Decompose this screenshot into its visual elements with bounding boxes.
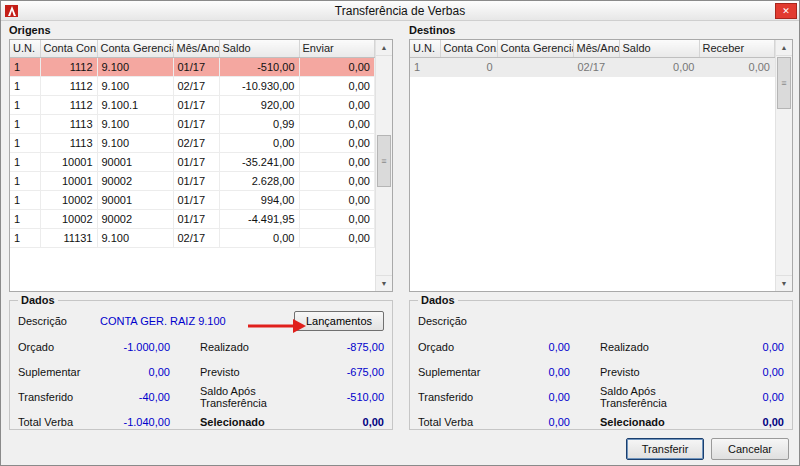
table-row[interactable]: 111129.10001/17-510,000,00 xyxy=(10,57,375,76)
cell-mes[interactable]: 01/17 xyxy=(173,190,219,209)
origens-scrollbar[interactable]: ▲ ≡ ▼ xyxy=(375,40,392,291)
cell-gerencial[interactable]: 90002 xyxy=(97,209,173,228)
cell-conta[interactable]: 1113 xyxy=(40,114,97,133)
cell-saldo[interactable]: -4.491,95 xyxy=(219,209,299,228)
cell-conta[interactable]: 1113 xyxy=(40,133,97,152)
cell-un[interactable]: 1 xyxy=(10,209,40,228)
cell-saldo[interactable]: 0,00 xyxy=(219,228,299,247)
table-row[interactable]: 111139.10001/170,990,00 xyxy=(10,114,375,133)
column-header-un[interactable]: U.N. xyxy=(410,40,440,57)
column-header-saldo[interactable]: Saldo xyxy=(219,40,299,57)
scroll-up-icon[interactable]: ▲ xyxy=(776,40,792,56)
cell-conta[interactable]: 10001 xyxy=(40,171,97,190)
cell-saldo[interactable]: 994,00 xyxy=(219,190,299,209)
cancelar-button[interactable]: Cancelar xyxy=(711,438,789,460)
cell-saldo[interactable]: -35.241,00 xyxy=(219,152,299,171)
cell-mes[interactable]: 01/17 xyxy=(173,57,219,76)
cell-enviar[interactable]: 0,00 xyxy=(299,57,375,76)
scroll-down-icon[interactable]: ▼ xyxy=(376,275,392,291)
cell-saldo[interactable]: 920,00 xyxy=(219,95,299,114)
cell-enviar[interactable]: 0,00 xyxy=(299,190,375,209)
column-header-conta[interactable]: Conta Con... xyxy=(40,40,97,57)
cell-saldo[interactable]: 0,00 xyxy=(619,57,699,76)
cell-enviar[interactable]: 0,00 xyxy=(299,209,375,228)
cell-mes[interactable]: 01/17 xyxy=(173,152,219,171)
cell-conta[interactable]: 10002 xyxy=(40,190,97,209)
lancamentos-button[interactable]: Lançamentos xyxy=(294,311,384,331)
table-row[interactable]: 1100019000101/17-35.241,000,00 xyxy=(10,152,375,171)
cell-gerencial[interactable]: 90001 xyxy=(97,190,173,209)
cell-gerencial[interactable]: 9.100 xyxy=(97,57,173,76)
destinos-scrollbar[interactable]: ▲ ≡ ▼ xyxy=(775,40,792,291)
cell-mes[interactable]: 01/17 xyxy=(173,171,219,190)
cell-enviar[interactable]: 0,00 xyxy=(299,133,375,152)
cell-enviar[interactable]: 0,00 xyxy=(299,228,375,247)
table-row[interactable]: 1100019000201/172.628,000,00 xyxy=(10,171,375,190)
cell-enviar[interactable]: 0,00 xyxy=(299,76,375,95)
cell-gerencial[interactable]: 9.100 xyxy=(97,133,173,152)
cell-conta[interactable]: 1112 xyxy=(40,57,97,76)
table-row[interactable]: 1002/170,000,00 xyxy=(410,57,775,76)
scroll-up-icon[interactable]: ▲ xyxy=(376,40,392,56)
cell-un[interactable]: 1 xyxy=(10,76,40,95)
cell-un[interactable]: 1 xyxy=(10,133,40,152)
cell-saldo[interactable]: 0,99 xyxy=(219,114,299,133)
cell-enviar[interactable]: 0,00 xyxy=(299,95,375,114)
table-row[interactable]: 1100029000101/17994,000,00 xyxy=(10,190,375,209)
cell-saldo[interactable]: 0,00 xyxy=(219,133,299,152)
cell-conta[interactable]: 1112 xyxy=(40,76,97,95)
close-button[interactable]: ✕ xyxy=(775,3,797,19)
column-header-gerencial[interactable]: Conta Gerencial xyxy=(97,40,173,57)
column-header-un[interactable]: U.N. xyxy=(10,40,40,57)
column-header-conta[interactable]: Conta Con... xyxy=(440,40,497,57)
column-header-mesano[interactable]: Mês/Ano xyxy=(573,40,619,57)
cell-enviar[interactable]: 0,00 xyxy=(299,152,375,171)
cell-un[interactable]: 1 xyxy=(10,114,40,133)
transferir-button[interactable]: Transferir xyxy=(626,438,704,460)
cell-conta[interactable]: 10001 xyxy=(40,152,97,171)
cell-un[interactable]: 1 xyxy=(410,57,440,76)
column-header-receber[interactable]: Receber xyxy=(699,40,775,57)
column-header-saldo[interactable]: Saldo xyxy=(619,40,699,57)
cell-gerencial[interactable]: 9.100 xyxy=(97,228,173,247)
cell-conta[interactable]: 1112 xyxy=(40,95,97,114)
column-header-enviar[interactable]: Enviar xyxy=(299,40,375,57)
cell-saldo[interactable]: -10.930,00 xyxy=(219,76,299,95)
cell-mes[interactable]: 01/17 xyxy=(173,114,219,133)
cell-mes[interactable]: 02/17 xyxy=(173,228,219,247)
cell-enviar[interactable]: 0,00 xyxy=(299,171,375,190)
cell-gerencial[interactable]: 9.100 xyxy=(97,114,173,133)
cell-gerencial[interactable] xyxy=(497,57,573,76)
cell-receber[interactable]: 0,00 xyxy=(699,57,775,76)
cell-conta[interactable]: 0 xyxy=(440,57,497,76)
cell-un[interactable]: 1 xyxy=(10,152,40,171)
cell-saldo[interactable]: -510,00 xyxy=(219,57,299,76)
table-row[interactable]: 1100029000201/17-4.491,950,00 xyxy=(10,209,375,228)
scroll-down-icon[interactable]: ▼ xyxy=(776,275,792,291)
cell-un[interactable]: 1 xyxy=(10,228,40,247)
cell-gerencial[interactable]: 90002 xyxy=(97,171,173,190)
cell-gerencial[interactable]: 9.100.1 xyxy=(97,95,173,114)
cell-un[interactable]: 1 xyxy=(10,95,40,114)
cell-un[interactable]: 1 xyxy=(10,57,40,76)
cell-mes[interactable]: 02/17 xyxy=(173,133,219,152)
table-row[interactable]: 111139.10002/170,000,00 xyxy=(10,133,375,152)
cell-mes[interactable]: 01/17 xyxy=(173,209,219,228)
table-row[interactable]: 111129.100.101/17920,000,00 xyxy=(10,95,375,114)
cell-un[interactable]: 1 xyxy=(10,171,40,190)
column-header-mesano[interactable]: Mês/Ano xyxy=(173,40,219,57)
cell-conta[interactable]: 10002 xyxy=(40,209,97,228)
cell-enviar[interactable]: 0,00 xyxy=(299,114,375,133)
cell-saldo[interactable]: 2.628,00 xyxy=(219,171,299,190)
cell-gerencial[interactable]: 90001 xyxy=(97,152,173,171)
scroll-thumb[interactable]: ≡ xyxy=(377,135,391,187)
cell-gerencial[interactable]: 9.100 xyxy=(97,76,173,95)
cell-mes[interactable]: 02/17 xyxy=(173,76,219,95)
column-header-gerencial[interactable]: Conta Gerencial xyxy=(497,40,573,57)
table-row[interactable]: 111129.10002/17-10.930,000,00 xyxy=(10,76,375,95)
cell-mes[interactable]: 02/17 xyxy=(573,57,619,76)
table-row[interactable]: 1111319.10002/170,000,00 xyxy=(10,228,375,247)
cell-mes[interactable]: 01/17 xyxy=(173,95,219,114)
cell-conta[interactable]: 11131 xyxy=(40,228,97,247)
scroll-thumb[interactable]: ≡ xyxy=(777,57,791,109)
